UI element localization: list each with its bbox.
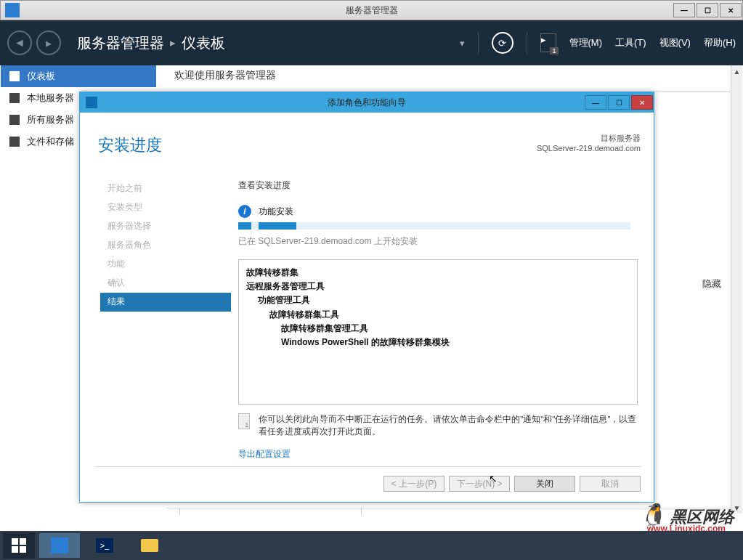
wizard-buttons: < 上一步(P) 下一步(N) > 关闭 取消 bbox=[94, 466, 641, 492]
wizard-steps-nav: 开始之前 安装类型 服务器选择 服务器角色 功能 确认 结果 bbox=[100, 179, 231, 312]
step-results[interactable]: 结果 bbox=[100, 293, 231, 312]
step-before-begin: 开始之前 bbox=[100, 179, 231, 198]
close-button[interactable]: 关闭 bbox=[514, 476, 575, 492]
notifications-flag-icon[interactable]: ▸ bbox=[540, 33, 556, 52]
result-line: 故障转移群集 bbox=[246, 267, 299, 277]
step-server-roles: 服务器角色 bbox=[100, 236, 231, 255]
step-features: 功能 bbox=[100, 255, 231, 274]
export-config-link[interactable]: 导出配置设置 bbox=[238, 448, 291, 460]
divider bbox=[179, 508, 180, 515]
menu-help[interactable]: 帮助(H) bbox=[704, 36, 736, 49]
wizard-icon bbox=[86, 97, 97, 108]
menu-view[interactable]: 视图(V) bbox=[659, 36, 691, 49]
forward-button[interactable]: ▸ bbox=[36, 31, 61, 55]
breadcrumb-app: 服务器管理器 bbox=[77, 33, 164, 53]
welcome-heading: 欢迎使用服务器管理器 bbox=[174, 69, 276, 82]
cancel-button: 取消 bbox=[580, 476, 641, 492]
flag-icon: 1 bbox=[238, 413, 250, 429]
result-line: 故障转移群集工具 bbox=[269, 309, 339, 320]
sidebar-label: 文件和存储 bbox=[27, 135, 74, 148]
sidebar-item-dashboard[interactable]: 仪表板 bbox=[1, 65, 156, 87]
install-status-text: 已在 SQLServer-219.demoad.com 上开始安装 bbox=[238, 235, 641, 248]
menu-manage[interactable]: 管理(M) bbox=[569, 36, 603, 49]
separator bbox=[527, 32, 527, 54]
previous-button: < 上一步(P) bbox=[383, 476, 444, 492]
step-server-selection: 服务器选择 bbox=[100, 217, 231, 236]
breadcrumb-dropdown[interactable]: ▾ bbox=[460, 38, 465, 49]
info-icon: i bbox=[238, 205, 251, 218]
menu-tools[interactable]: 工具(T) bbox=[615, 36, 646, 49]
step-install-type: 安装类型 bbox=[100, 198, 231, 217]
divider bbox=[361, 508, 362, 515]
app-toolbar: ◄ ▸ 服务器管理器 ▸ 仪表板 ▾ ⟳ ▸ 管理(M) 工具(T) 视图(V)… bbox=[0, 20, 743, 65]
vertical-scrollbar[interactable]: ▲ ▼ bbox=[731, 65, 742, 514]
result-line: Windows PowerShell 的故障转移群集模块 bbox=[281, 337, 450, 347]
next-button: 下一步(N) > bbox=[449, 476, 510, 492]
target-server-label: 目标服务器 bbox=[537, 133, 641, 144]
breadcrumb: 服务器管理器 ▸ 仪表板 bbox=[77, 33, 225, 53]
close-button[interactable] bbox=[720, 3, 742, 17]
server-icon bbox=[9, 93, 20, 103]
main-window-titlebar: 服务器管理器 bbox=[0, 0, 743, 20]
install-progress-bar bbox=[238, 222, 630, 230]
wizard-main-pane: 查看安装进度 i 功能安装 已在 SQLServer-219.demoad.co… bbox=[238, 179, 641, 405]
scroll-up-icon[interactable]: ▲ bbox=[731, 65, 742, 77]
target-server-name: SQLServer-219.demoad.com bbox=[537, 144, 641, 153]
result-line: 远程服务器管理工具 bbox=[246, 281, 325, 291]
servers-icon bbox=[9, 115, 20, 125]
window-title: 服务器管理器 bbox=[346, 4, 398, 17]
target-server-block: 目标服务器 SQLServer-219.demoad.com bbox=[537, 133, 641, 153]
app-icon bbox=[5, 3, 20, 17]
dashboard-icon bbox=[9, 71, 20, 81]
wizard-heading: 安装进度 bbox=[98, 134, 162, 156]
result-line: 功能管理工具 bbox=[258, 295, 310, 305]
sidebar-label: 所有服务器 bbox=[27, 113, 74, 126]
step-confirmation: 确认 bbox=[100, 274, 231, 293]
view-progress-label: 查看安装进度 bbox=[238, 179, 641, 192]
wizard-minimize-button[interactable]: — bbox=[585, 95, 606, 110]
minimize-button[interactable] bbox=[673, 3, 695, 17]
taskbar: >_ bbox=[0, 531, 743, 560]
note-row: 1 你可以关闭此向导而不中断正在运行的任务。请依次单击命令栏中的"通知"和"任务… bbox=[238, 413, 645, 439]
wizard-titlebar: 添加角色和功能向导 — ☐ ✕ bbox=[80, 92, 654, 113]
back-button[interactable]: ◄ bbox=[7, 31, 32, 55]
hide-link[interactable]: 隐藏 bbox=[702, 277, 721, 291]
storage-icon bbox=[9, 137, 20, 147]
note-text: 你可以关闭此向导而不中断正在运行的任务。请依次单击命令栏中的"通知"和"任务详细… bbox=[259, 413, 645, 439]
task-explorer[interactable] bbox=[129, 533, 170, 558]
result-line: 故障转移群集管理工具 bbox=[281, 323, 368, 333]
wizard-maximize-button[interactable]: ☐ bbox=[608, 95, 630, 110]
sidebar-label: 仪表板 bbox=[27, 70, 55, 83]
wizard-body: 安装进度 目标服务器 SQLServer-219.demoad.com 开始之前… bbox=[80, 113, 654, 502]
start-button[interactable] bbox=[3, 532, 35, 559]
maximize-button[interactable] bbox=[697, 3, 718, 17]
separator bbox=[478, 32, 479, 54]
refresh-button[interactable]: ⟳ bbox=[492, 32, 513, 54]
add-roles-wizard-dialog: 添加角色和功能向导 — ☐ ✕ 安装进度 目标服务器 SQLServer-219… bbox=[79, 92, 654, 503]
task-server-manager[interactable] bbox=[39, 533, 80, 558]
wizard-title: 添加角色和功能向导 bbox=[328, 97, 406, 109]
feature-install-label: 功能安装 bbox=[259, 206, 293, 218]
breadcrumb-separator: ▸ bbox=[170, 36, 176, 49]
wizard-close-button[interactable]: ✕ bbox=[631, 95, 653, 110]
sidebar-label: 本地服务器 bbox=[27, 92, 74, 105]
task-powershell[interactable]: >_ bbox=[84, 533, 125, 558]
breadcrumb-page: 仪表板 bbox=[182, 33, 225, 53]
results-panel: 故障转移群集 远程服务器管理工具 功能管理工具 故障转移群集工具 故障转移群集管… bbox=[238, 259, 638, 405]
